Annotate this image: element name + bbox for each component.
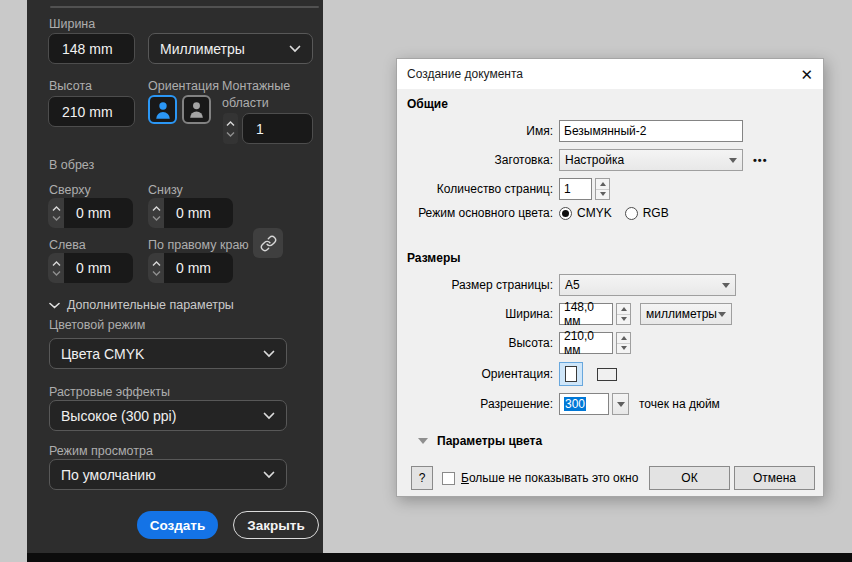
bleed-bottom-value: 0 mm bbox=[176, 205, 211, 221]
link-bleed-values-button[interactable] bbox=[253, 228, 283, 258]
raster-effects-dropdown[interactable]: Высокое (300 ppi) bbox=[49, 400, 287, 431]
chevron-down-icon bbox=[289, 45, 301, 53]
artboards-value: 1 bbox=[256, 121, 264, 137]
stepper-buttons bbox=[148, 253, 164, 283]
preset-row: Заготовка: Настройка ••• bbox=[401, 149, 819, 171]
resolution-units-label: точек на дюйм bbox=[639, 397, 720, 411]
rgb-radio[interactable] bbox=[625, 207, 638, 220]
link-icon bbox=[260, 235, 277, 252]
spin-up-button[interactable] bbox=[596, 179, 609, 190]
dropdown-arrow-icon bbox=[729, 158, 737, 163]
create-document-dialog: Создание документа ✕ Общие Имя: Безымянн… bbox=[396, 58, 824, 497]
help-button[interactable]: ? bbox=[411, 466, 433, 490]
width-label: Ширина bbox=[49, 17, 95, 31]
close-icon[interactable]: ✕ bbox=[800, 67, 813, 82]
units-dropdown[interactable]: Миллиметры bbox=[148, 33, 313, 64]
width-input[interactable]: 148 mm bbox=[48, 33, 135, 64]
orientation-portrait-button[interactable] bbox=[559, 362, 583, 386]
close-button[interactable]: Закрыть bbox=[233, 511, 319, 539]
general-section-heading: Общие bbox=[407, 97, 448, 111]
color-mode-label: Цветовой режим bbox=[49, 318, 145, 332]
bleed-top-input[interactable]: 0 mm bbox=[64, 198, 133, 228]
spin-down-button[interactable] bbox=[152, 215, 161, 221]
artboards-input[interactable]: 1 bbox=[242, 113, 313, 144]
spin-down-button[interactable] bbox=[226, 131, 235, 137]
spin-down-button[interactable] bbox=[617, 344, 630, 354]
dont-show-label-accelerator: Б bbox=[461, 471, 469, 485]
landscape-person-icon bbox=[189, 101, 204, 118]
cmyk-radio[interactable] bbox=[559, 207, 572, 220]
height-value: 210 mm bbox=[62, 104, 113, 120]
artboards-stepper bbox=[223, 113, 238, 144]
bleed-top-value: 0 mm bbox=[76, 205, 111, 221]
pages-input[interactable]: 1 bbox=[559, 178, 592, 200]
width-input[interactable]: 148,0 мм bbox=[559, 303, 613, 325]
spin-up-button[interactable] bbox=[52, 206, 61, 212]
spin-up-button[interactable] bbox=[152, 206, 161, 212]
color-params-heading: Параметры цвета bbox=[437, 434, 542, 448]
spin-down-button[interactable] bbox=[617, 315, 630, 325]
bleed-right-input[interactable]: 0 mm bbox=[164, 253, 233, 283]
bleed-left-label: Слева bbox=[49, 238, 86, 252]
spin-up-button[interactable] bbox=[617, 304, 630, 315]
resolution-label: Разрешение: bbox=[401, 397, 559, 411]
height-label: Высота: bbox=[401, 336, 559, 350]
name-row: Имя: Безымянный-2 bbox=[401, 120, 819, 142]
collapse-triangle-icon bbox=[418, 438, 428, 444]
pages-stepper bbox=[595, 178, 610, 200]
color-params-toggle[interactable]: Параметры цвета bbox=[418, 434, 542, 448]
spin-down-button[interactable] bbox=[52, 270, 61, 276]
arrow-down-icon bbox=[621, 346, 627, 350]
color-mode-dropdown[interactable]: Цвета CMYK bbox=[49, 338, 287, 369]
orientation-portrait-button[interactable] bbox=[148, 95, 177, 124]
orientation-landscape-button[interactable] bbox=[182, 95, 211, 124]
bleed-bottom-stepper: 0 mm bbox=[148, 198, 233, 228]
preview-mode-value: По умолчанию bbox=[61, 467, 156, 483]
cancel-button[interactable]: Отмена bbox=[734, 466, 815, 490]
height-row: Высота: 210,0 мм bbox=[401, 332, 819, 354]
dropdown-arrow-icon bbox=[617, 402, 625, 407]
width-value: 148,0 мм bbox=[564, 300, 608, 328]
portrait-person-icon bbox=[155, 101, 171, 119]
ok-button[interactable]: ОК bbox=[649, 466, 730, 490]
bleed-bottom-input[interactable]: 0 mm bbox=[164, 198, 233, 228]
spin-up-button[interactable] bbox=[152, 261, 161, 267]
spin-down-button[interactable] bbox=[152, 270, 161, 276]
height-input[interactable]: 210,0 мм bbox=[559, 332, 613, 354]
preset-more-button[interactable]: ••• bbox=[753, 154, 768, 166]
spin-up-button[interactable] bbox=[226, 121, 235, 127]
name-value: Безымянный-2 bbox=[564, 124, 646, 138]
spin-up-button[interactable] bbox=[617, 333, 630, 344]
arrow-up-icon bbox=[600, 182, 606, 186]
stepper-buttons bbox=[48, 253, 64, 283]
resolution-dropdown-button[interactable] bbox=[612, 393, 629, 415]
bleed-left-stepper: 0 mm bbox=[48, 253, 133, 283]
preview-mode-dropdown[interactable]: По умолчанию bbox=[49, 459, 287, 490]
spin-up-button[interactable] bbox=[52, 261, 61, 267]
bleed-left-input[interactable]: 0 mm bbox=[64, 253, 133, 283]
create-button[interactable]: Создать bbox=[137, 511, 218, 539]
name-label: Имя: bbox=[401, 124, 559, 138]
chevron-up-icon bbox=[152, 206, 161, 212]
bleed-bottom-label: Снизу bbox=[148, 183, 183, 197]
dont-show-checkbox[interactable] bbox=[442, 472, 455, 485]
cmyk-label: CMYK bbox=[577, 206, 612, 220]
advanced-options-toggle[interactable]: Дополнительные параметры bbox=[49, 298, 234, 312]
raster-effects-value: Высокое (300 ppi) bbox=[61, 408, 176, 424]
resolution-input[interactable]: 300 bbox=[559, 393, 609, 415]
bleed-right-stepper: 0 mm bbox=[148, 253, 233, 283]
measure-units-dropdown[interactable]: миллиметры bbox=[640, 303, 732, 325]
preset-dropdown[interactable]: Настройка bbox=[559, 149, 743, 171]
spin-down-button[interactable] bbox=[596, 190, 609, 200]
chevron-down-icon bbox=[263, 412, 275, 420]
chevron-up-icon bbox=[152, 261, 161, 267]
width-value: 148 mm bbox=[62, 41, 113, 57]
orientation-landscape-button[interactable] bbox=[593, 362, 621, 386]
spin-down-button[interactable] bbox=[52, 215, 61, 221]
name-input[interactable]: Безымянный-2 bbox=[559, 120, 743, 142]
height-input[interactable]: 210 mm bbox=[48, 96, 135, 127]
bleed-top-label: Сверху bbox=[49, 183, 91, 197]
chevron-down-icon bbox=[52, 215, 61, 221]
artboards-label-line1: Монтажные bbox=[222, 79, 290, 93]
page-size-dropdown[interactable]: A5 bbox=[559, 274, 736, 296]
